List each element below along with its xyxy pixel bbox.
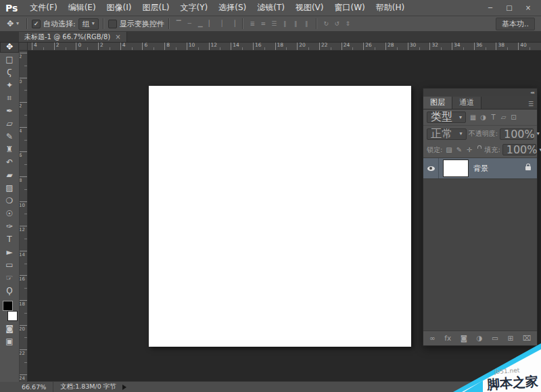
align-right-edges-icon[interactable]: ▕ <box>228 19 238 29</box>
blur-tool[interactable]: ❍ <box>0 194 19 207</box>
menu-item[interactable]: 图像(I) <box>101 2 137 14</box>
quick-mask-button[interactable]: ◙ <box>0 322 19 335</box>
crop-tool[interactable]: ⌗ <box>0 91 19 104</box>
pen-tool[interactable]: ✑ <box>0 220 19 232</box>
distribute-left-edges-icon[interactable]: ∥ <box>280 19 290 29</box>
layer-filter-row: 类型 ▾ ▦◑T▱⊡ <box>423 109 537 126</box>
tab-channels[interactable]: 通道 <box>452 97 481 109</box>
document-tab[interactable]: 未标题-1 @ 66.7%(RGB/8) × <box>19 32 127 42</box>
new-group-icon[interactable]: ▭ <box>492 335 498 342</box>
hand-tool[interactable]: ☞ <box>0 271 19 284</box>
delete-layer-icon[interactable]: ⌧ <box>523 335 531 342</box>
lock-position-icon[interactable]: ✛ <box>465 147 473 153</box>
background-color-swatch[interactable] <box>7 311 18 321</box>
distribute-right-edges-icon[interactable]: ∥ <box>302 19 312 29</box>
gradient-tool[interactable]: ▨ <box>0 181 19 194</box>
ruler-number: 30 <box>408 42 430 50</box>
ruler-origin-corner[interactable] <box>19 42 28 51</box>
align-bottom-edges-icon[interactable]: ▁ <box>195 19 206 29</box>
filter-shape-layers-icon[interactable]: ▱ <box>499 114 508 121</box>
layer-thumbnail[interactable] <box>443 160 469 177</box>
lock-transparent-pixels-icon[interactable]: ▨ <box>444 147 453 153</box>
filter-type-dropdown[interactable]: 类型 ▾ <box>427 112 466 123</box>
lock-image-pixels-icon[interactable]: ✎ <box>454 147 463 153</box>
menu-item[interactable]: 文字(Y) <box>175 2 214 14</box>
new-adjustment-layer-icon[interactable]: ◑ <box>476 335 482 342</box>
fill-dropdown[interactable]: 100% ▾ <box>502 144 536 155</box>
layer-style-icon[interactable]: fx <box>444 335 451 342</box>
link-layers-icon[interactable]: ∞ <box>429 335 436 342</box>
layer-name[interactable]: 背景 <box>473 164 525 174</box>
layer-visibility-toggle[interactable] <box>423 158 439 178</box>
blend-mode-dropdown[interactable]: 正常 ▾ <box>427 128 467 140</box>
distribute-top-edges-icon[interactable]: ≣ <box>248 19 258 29</box>
workspace-switcher[interactable]: 基本功.. <box>496 18 535 30</box>
close-tab-icon[interactable]: × <box>115 33 120 41</box>
menu-item[interactable]: 选择(S) <box>213 2 252 14</box>
menu-item[interactable]: 编辑(E) <box>63 2 101 14</box>
distribute-vertical-centers-icon[interactable]: ≡ <box>258 19 268 29</box>
align-left-edges-icon[interactable]: ▏ <box>206 19 216 29</box>
document-info[interactable]: 文档:1.83M/0 字节 <box>53 383 120 391</box>
app-logo: Ps <box>0 3 24 14</box>
brush-tool[interactable]: ✎ <box>0 130 19 143</box>
shape-tool[interactable]: ▭ <box>0 258 19 271</box>
tab-layers[interactable]: 图层 <box>423 97 452 109</box>
collapse-dock-icon[interactable]: ◂◂ <box>530 90 534 95</box>
foreground-color-swatch[interactable] <box>3 301 13 311</box>
zoom-tool[interactable]: Ϙ <box>0 284 19 297</box>
eyedropper-tool[interactable]: ✒ <box>0 104 19 117</box>
layer-row-background[interactable]: 背景 <box>423 158 537 179</box>
menu-item[interactable]: 文件(F) <box>24 2 62 14</box>
menu-item[interactable]: 视图(V) <box>290 2 329 14</box>
distribute-bottom-edges-icon[interactable]: ☰ <box>269 19 279 29</box>
options-bar: ✥ ▾ ✓ 自动选择: 组 ▾ 显示变换控件 ▔─▁▏│▕ ≣≡☰∥‖∥ ↻↺⇕ <box>0 16 541 32</box>
tool-preset-button[interactable]: ✥ ▾ <box>3 18 22 29</box>
minimize-button[interactable]: ─ <box>481 3 499 14</box>
document-canvas[interactable] <box>149 86 411 347</box>
ruler-number: 10 <box>19 201 27 226</box>
vertical-ruler[interactable]: 2024681012141618202224 <box>19 50 28 382</box>
type-tool[interactable]: T <box>0 232 19 245</box>
menu-item[interactable]: 帮助(H) <box>371 2 410 14</box>
filter-type-layers-icon[interactable]: T <box>489 114 498 121</box>
zoom-level-field[interactable]: 66.67% <box>22 382 53 392</box>
panel-menu-icon[interactable]: ☰ <box>525 101 537 109</box>
ruler-number: 12 <box>19 226 27 251</box>
path-selection-tool[interactable]: ► <box>0 245 19 258</box>
align-top-edges-icon[interactable]: ▔ <box>174 19 184 29</box>
align-vertical-centers-icon[interactable]: ─ <box>185 19 195 29</box>
status-menu-arrow-icon[interactable] <box>122 385 126 390</box>
3d-drag-icon[interactable]: ⇕ <box>343 19 353 29</box>
dodge-tool[interactable]: ☉ <box>0 207 19 220</box>
menu-item[interactable]: 窗口(W) <box>329 2 371 14</box>
chevron-down-icon: ▾ <box>537 131 540 137</box>
distribute-horizontal-centers-icon[interactable]: ‖ <box>291 19 301 29</box>
align-horizontal-centers-icon[interactable]: │ <box>217 19 227 29</box>
show-transform-checkbox[interactable]: 显示变换控件 <box>108 19 164 29</box>
auto-select-target-dropdown[interactable]: 组 ▾ <box>78 18 99 30</box>
close-button[interactable]: × <box>519 3 537 14</box>
screen-mode-button[interactable]: ▣ <box>0 335 19 347</box>
history-brush-tool[interactable]: ↶ <box>0 155 19 168</box>
spot-healing-brush-tool[interactable]: ▱ <box>0 117 19 130</box>
menu-item[interactable]: 滤镜(T) <box>252 2 290 14</box>
quick-selection-tool[interactable]: ✦ <box>0 78 19 91</box>
rectangular-marquee-tool[interactable]: □ <box>0 53 19 66</box>
lasso-tool[interactable]: Ϛ <box>0 66 19 78</box>
ruler-number: 4 <box>32 42 54 50</box>
3d-rotate-icon[interactable]: ↻ <box>321 19 331 29</box>
new-layer-icon[interactable]: ⊞ <box>508 335 514 342</box>
horizontal-ruler[interactable]: 420246810121416182022242628303234363840 <box>27 42 541 51</box>
add-layer-mask-icon[interactable]: ◙ <box>461 335 467 342</box>
eraser-tool[interactable]: ▰ <box>0 168 19 181</box>
filter-smart-objects-icon[interactable]: ⊡ <box>509 114 518 121</box>
clone-stamp-tool[interactable]: ♜ <box>0 143 19 155</box>
opacity-dropdown[interactable]: 100% ▾ <box>500 128 534 140</box>
3d-roll-icon[interactable]: ↺ <box>332 19 342 29</box>
filter-adjustment-layers-icon[interactable]: ◑ <box>479 114 488 121</box>
auto-select-checkbox[interactable]: ✓ 自动选择: <box>32 19 76 29</box>
maximize-button[interactable]: □ <box>500 3 518 14</box>
menu-item[interactable]: 图层(L) <box>137 2 174 14</box>
filter-pixel-layers-icon[interactable]: ▦ <box>469 114 477 121</box>
